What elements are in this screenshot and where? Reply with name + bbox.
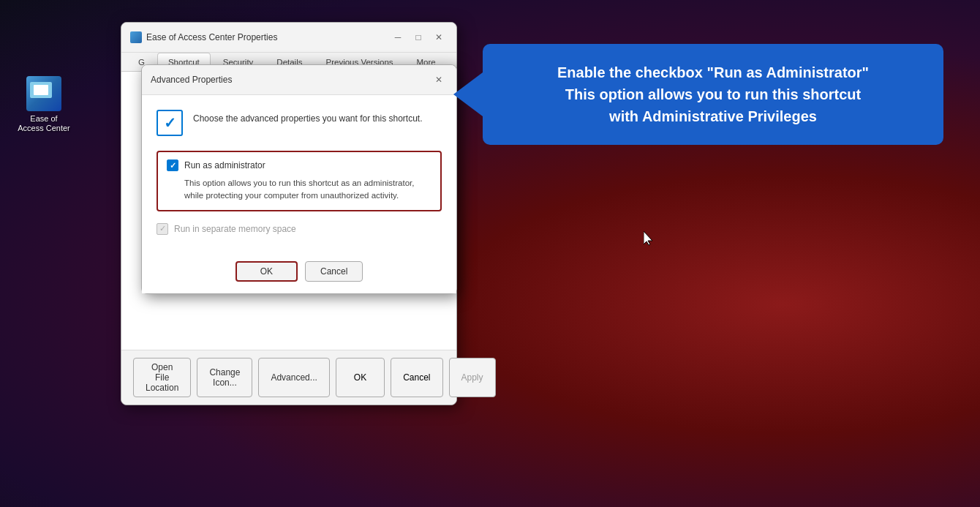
main-dialog-title-text: Ease of Access Center Properties xyxy=(146,32,277,42)
mouse-cursor xyxy=(644,231,654,246)
cancel-button-advanced[interactable]: Cancel xyxy=(305,261,363,282)
callout-line1: Enable the checkbox "Run as Administrato… xyxy=(557,64,869,80)
advanced-properties-dialog: Advanced Properties ✕ Choose the advance… xyxy=(141,64,457,294)
cancel-button-main[interactable]: Cancel xyxy=(391,358,442,397)
header-checkmark xyxy=(157,110,183,136)
run-separate-memory-row: Run in separate memory space xyxy=(157,223,442,235)
run-separate-memory-checkbox[interactable] xyxy=(157,223,168,235)
run-as-admin-description: This option allows you to run this short… xyxy=(167,177,431,203)
maximize-button[interactable]: □ xyxy=(410,29,427,46)
desktop-icon-ease-of-access[interactable]: Ease of Access Center xyxy=(15,73,73,136)
run-as-admin-checkbox-row: Run as administrator xyxy=(167,159,431,171)
main-dialog-footer: Open File Location Change Icon... Advanc… xyxy=(121,350,456,405)
run-as-admin-option-box: Run as administrator This option allows … xyxy=(157,151,442,211)
close-button[interactable]: ✕ xyxy=(430,29,448,46)
run-separate-memory-label: Run in separate memory space xyxy=(174,224,296,234)
run-as-admin-checkbox[interactable] xyxy=(167,159,178,171)
callout-line2: This option allows you to run this short… xyxy=(565,86,861,102)
ease-of-access-icon xyxy=(26,76,61,111)
advanced-dialog-title-text: Advanced Properties xyxy=(151,75,232,85)
run-as-admin-label: Run as administrator xyxy=(184,160,265,170)
bottom-right-buttons: OK Cancel Apply xyxy=(336,358,496,397)
ok-button-main[interactable]: OK xyxy=(336,358,385,397)
ok-button-advanced[interactable]: OK xyxy=(235,261,298,282)
main-dialog-title: Ease of Access Center Properties xyxy=(130,31,277,43)
apply-button-main[interactable]: Apply xyxy=(449,358,496,397)
advanced-header-row: Choose the advanced properties you want … xyxy=(157,110,442,136)
advanced-dialog-footer: OK Cancel xyxy=(142,255,456,293)
titlebar-controls: ─ □ ✕ xyxy=(389,29,448,46)
bottom-left-buttons: Open File Location Change Icon... Advanc… xyxy=(133,358,330,397)
minimize-button[interactable]: ─ xyxy=(389,29,407,46)
desktop-icon-label: Ease of Access Center xyxy=(18,114,70,133)
advanced-button[interactable]: Advanced... xyxy=(258,358,329,397)
change-icon-button[interactable]: Change Icon... xyxy=(197,358,252,397)
advanced-dialog-body: Choose the advanced properties you want … xyxy=(142,95,456,255)
advanced-titlebar-controls: ✕ xyxy=(430,71,448,89)
callout-box: Enable the checkbox "Run as Administrato… xyxy=(483,44,943,145)
callout-line3: with Administrative Privileges xyxy=(609,108,817,124)
advanced-header-text: Choose the advanced properties you want … xyxy=(193,110,423,125)
main-dialog-titlebar: Ease of Access Center Properties ─ □ ✕ xyxy=(121,23,456,53)
advanced-close-button[interactable]: ✕ xyxy=(430,71,448,89)
advanced-dialog-titlebar: Advanced Properties ✕ xyxy=(142,65,456,95)
dialog-title-icon xyxy=(130,31,142,43)
open-file-location-button[interactable]: Open File Location xyxy=(133,358,191,397)
